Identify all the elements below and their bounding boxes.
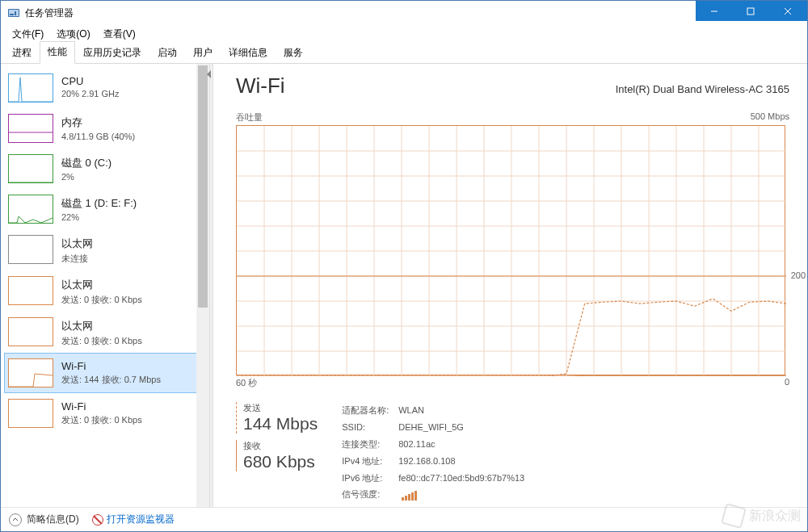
menu-options[interactable]: 选项(O) [50, 26, 96, 43]
connection-details: 适配器名称:WLAN SSID:DEHE_WIFI_5G 连接类型:802.11… [342, 402, 524, 503]
scrollbar-thumb[interactable] [198, 65, 208, 308]
menu-view[interactable]: 查看(V) [97, 26, 142, 43]
app-icon [7, 6, 20, 19]
detail-signal-k: 信号强度: [342, 486, 398, 503]
sidebar-thumb-icon [8, 358, 53, 387]
sidebar-thumb-icon [8, 114, 53, 143]
tabbar: 进程 性能 应用历史记录 启动 用户 详细信息 服务 [1, 43, 807, 64]
sidebar-thumb-icon [8, 317, 53, 346]
adapter-name: Intel(R) Dual Band Wireless-AC 3165 [616, 83, 789, 95]
footer: 简略信息(D) 打开资源监视器 [1, 507, 807, 531]
menu-file[interactable]: 文件(F) [6, 26, 50, 43]
menubar: 文件(F) 选项(O) 查看(V) [1, 25, 807, 43]
detail-signal-v [398, 486, 417, 503]
sidebar-item-name: 磁盘 0 (C:) [61, 156, 112, 170]
sidebar-thumb-icon [8, 399, 53, 428]
splitter[interactable] [209, 64, 213, 507]
sidebar-thumb-icon [8, 195, 53, 224]
detail-adapter-v: WLAN [398, 402, 424, 419]
titlebar: 任务管理器 [1, 1, 807, 25]
metric-recv-value: 680 Kbps [243, 452, 318, 471]
metric-recv-label: 接收 [243, 440, 318, 452]
chart-y-label: 吞吐量 [236, 111, 263, 124]
sidebar-item-name: 磁盘 1 (D: E: F:) [61, 196, 137, 211]
sidebar-item-sub: 4.8/11.9 GB (40%) [61, 132, 135, 141]
tab-users[interactable]: 用户 [185, 42, 221, 64]
sidebar-item-2[interactable]: 磁盘 0 (C:)2% [4, 149, 206, 189]
minimize-button[interactable] [696, 1, 732, 21]
open-resource-monitor-link[interactable]: 打开资源监视器 [92, 513, 175, 526]
svg-rect-3 [15, 11, 16, 15]
sidebar-thumb-icon [8, 276, 53, 305]
sidebar-item-sub: 20% 2.91 GHz [61, 89, 120, 98]
detail-ipv4-k: IPv4 地址: [342, 453, 398, 470]
tab-performance[interactable]: 性能 [40, 41, 75, 64]
sidebar-item-sub: 22% [61, 212, 137, 222]
detail-adapter-k: 适配器名称: [342, 402, 398, 419]
chart-y-max: 500 Mbps [751, 111, 789, 124]
sidebar-thumb-icon [8, 235, 53, 264]
main-panel: Wi-Fi Intel(R) Dual Band Wireless-AC 316… [213, 64, 807, 507]
content: CPU20% 2.91 GHz内存4.8/11.9 GB (40%)磁盘 0 (… [1, 64, 807, 507]
sidebar-item-0[interactable]: CPU20% 2.91 GHz [4, 68, 206, 108]
sidebar-item-name: 以太网 [61, 237, 93, 251]
detail-ssid-v: DEHE_WIFI_5G [398, 419, 464, 436]
sidebar-item-3[interactable]: 磁盘 1 (D: E: F:)22% [4, 189, 206, 229]
chart-x-left: 60 秒 [236, 377, 257, 389]
close-button[interactable] [768, 1, 807, 21]
sidebar-thumb-icon [8, 73, 53, 103]
sidebar-item-name: 内存 [61, 115, 135, 130]
sidebar-item-name: 以太网 [61, 278, 142, 292]
sidebar[interactable]: CPU20% 2.91 GHz内存4.8/11.9 GB (40%)磁盘 0 (… [1, 64, 209, 507]
tab-apphistory[interactable]: 应用历史记录 [75, 42, 149, 64]
sidebar-item-sub: 发送: 0 接收: 0 Kbps [61, 294, 142, 306]
sidebar-item-sub: 发送: 0 接收: 0 Kbps [61, 335, 142, 347]
sidebar-item-name: Wi-Fi [61, 400, 142, 413]
window-controls [696, 1, 807, 21]
metric-recv: 接收 680 Kbps [236, 440, 318, 471]
detail-ssid-k: SSID: [342, 419, 398, 436]
resource-monitor-icon [92, 514, 103, 526]
sidebar-item-sub: 发送: 144 接收: 0.7 Mbps [61, 374, 161, 386]
sidebar-item-5[interactable]: 以太网发送: 0 接收: 0 Kbps [4, 270, 206, 312]
fewer-details-button[interactable]: 简略信息(D) [9, 513, 79, 526]
tab-details[interactable]: 详细信息 [221, 42, 276, 64]
scrollbar-track[interactable] [196, 64, 209, 507]
sidebar-item-sub: 发送: 0 接收: 0 Kbps [61, 414, 142, 426]
page-title: Wi-Fi [236, 73, 285, 98]
sidebar-item-7[interactable]: Wi-Fi发送: 144 接收: 0.7 Mbps [4, 353, 206, 393]
signal-icon [402, 491, 417, 501]
tab-startup[interactable]: 启动 [149, 42, 185, 64]
chart-mark-200: 200 Mbps [791, 270, 807, 280]
sidebar-item-1[interactable]: 内存4.8/11.9 GB (40%) [4, 108, 206, 149]
sidebar-item-name: CPU [61, 75, 120, 87]
sidebar-item-4[interactable]: 以太网未连接 [4, 229, 206, 270]
sidebar-item-name: 以太网 [61, 319, 142, 333]
tab-processes[interactable]: 进程 [4, 42, 40, 64]
detail-conn-k: 连接类型: [342, 436, 398, 453]
throughput-chart: 200 Mbps [236, 125, 785, 375]
metric-send: 发送 144 Mbps [236, 402, 318, 434]
detail-conn-v: 802.11ac [398, 436, 435, 453]
metric-send-value: 144 Mbps [243, 414, 318, 434]
detail-ipv4-v: 192.168.0.108 [398, 453, 455, 470]
sidebar-item-8[interactable]: Wi-Fi发送: 0 接收: 0 Kbps [4, 393, 206, 434]
svg-rect-2 [10, 14, 14, 15]
sidebar-item-6[interactable]: 以太网发送: 0 接收: 0 Kbps [4, 312, 206, 353]
maximize-button[interactable] [732, 1, 768, 21]
metric-send-label: 发送 [243, 402, 318, 414]
metrics: 发送 144 Mbps 接收 680 Kbps 适配器名称:WLAN SSID:… [236, 402, 789, 503]
sidebar-item-name: Wi-Fi [61, 360, 161, 372]
detail-ipv6-k: IPv6 地址: [342, 470, 398, 487]
detail-ipv6-v: fe80::dc77:10ed:5bd9:67b7%13 [398, 470, 524, 487]
sidebar-item-sub: 2% [61, 172, 112, 182]
chart-x-right: 0 [785, 377, 789, 389]
chart-area: 吞吐量 500 Mbps 200 Mbps 60 秒 0 [236, 111, 789, 389]
window-title: 任务管理器 [25, 6, 74, 20]
sidebar-item-sub: 未连接 [61, 253, 93, 265]
chevron-up-icon [9, 513, 22, 526]
sidebar-thumb-icon [8, 154, 53, 183]
svg-rect-5 [747, 8, 754, 15]
tab-services[interactable]: 服务 [276, 42, 311, 64]
